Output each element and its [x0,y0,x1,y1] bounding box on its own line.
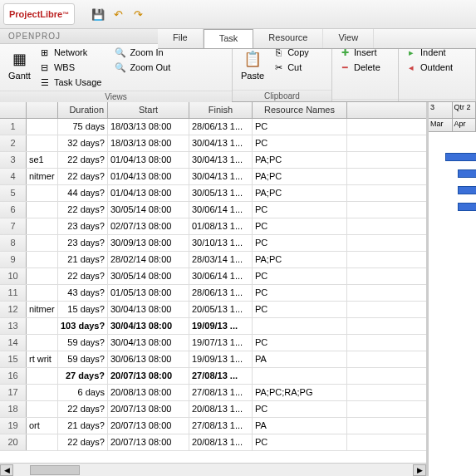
cell-duration[interactable]: 59 days? [58,335,108,351]
cell-finish[interactable]: 30/06/14 1... [189,268,253,284]
cell-resources[interactable]: PC [253,235,347,251]
cell-finish[interactable]: 27/08/13 ... [189,368,253,384]
network-button[interactable]: ⊞Network [37,46,103,59]
cell-finish[interactable]: 20/08/13 1... [189,401,253,417]
cell-resources[interactable]: PA;PC;RA;PG [253,385,347,400]
gantt-bar[interactable] [458,186,476,194]
cell-finish[interactable]: 01/08/13 1... [189,218,253,234]
cell-start[interactable]: 30/04/13 08:00 [108,335,189,351]
cell-finish[interactable]: 30/04/13 1... [189,152,253,168]
cell-duration[interactable]: 59 days? [58,351,108,367]
cell-duration[interactable]: 22 days? [58,401,108,417]
save-icon[interactable]: 💾 [91,7,105,21]
table-row[interactable]: 544 days?01/04/13 08:0030/05/13 1...PA;P… [0,185,426,202]
col-finish[interactable]: Finish [189,102,253,118]
gantt-panel[interactable]: 3 Qtr 2 Mar Apr [426,102,476,476]
cell-name[interactable] [27,401,58,417]
cell-name[interactable] [27,385,58,400]
gantt-bar[interactable] [458,169,476,178]
cell-start[interactable]: 20/07/13 08:00 [108,401,189,417]
cell-start[interactable]: 30/04/13 08:00 [108,302,189,317]
cell-start[interactable]: 30/05/14 08:00 [108,268,189,284]
cell-start[interactable]: 30/04/13 08:00 [108,318,189,334]
cell-start[interactable]: 01/04/13 08:00 [108,169,189,184]
redo-icon[interactable]: ↷ [131,7,145,21]
cell-start[interactable]: 28/02/14 08:00 [108,252,189,267]
cell-name[interactable] [27,268,58,284]
cell-name[interactable] [27,318,58,334]
cell-start[interactable]: 20/07/13 08:00 [108,434,189,450]
cell-duration[interactable]: 22 days? [58,434,108,450]
cell-resources[interactable]: PA;PC [253,252,347,267]
cell-resources[interactable]: PA;PC [253,152,347,168]
cell-start[interactable]: 30/06/13 08:00 [108,351,189,367]
undo-icon[interactable]: ↶ [111,7,125,21]
tab-task[interactable]: Task [204,29,254,48]
outdent-button[interactable]: ◂Outdent [404,61,454,74]
cell-finish[interactable]: 19/09/13 ... [189,318,253,334]
cell-duration[interactable]: 22 days? [58,268,108,284]
cell-name[interactable] [27,135,58,151]
cell-resources[interactable]: PC [253,218,347,234]
cell-duration[interactable]: 27 days? [58,368,108,384]
cell-name[interactable] [27,235,58,251]
cell-name[interactable] [27,119,58,135]
cell-duration[interactable]: 23 days? [58,235,108,251]
taskusage-button[interactable]: ☰Task Usage [37,76,103,89]
table-row[interactable]: 2022 days?20/07/13 08:0020/08/13 1...PC [0,434,426,451]
cell-start[interactable]: 20/08/13 08:00 [108,385,189,400]
cell-name[interactable]: nitmer [27,302,58,317]
table-row[interactable]: 175 days18/03/13 08:0028/06/13 1...PC [0,119,426,135]
cell-duration[interactable]: 22 days? [58,202,108,218]
gantt-bar[interactable] [445,153,476,161]
cell-name[interactable]: nitmer [27,169,58,184]
cell-finish[interactable]: 27/08/13 1... [189,418,253,434]
cell-finish[interactable]: 30/06/14 1... [189,202,253,218]
cell-name[interactable] [27,252,58,267]
cell-resources[interactable]: PC [253,434,347,450]
cell-finish[interactable]: 19/07/13 1... [189,335,253,351]
delete-button[interactable]: ━Delete [337,61,382,74]
cell-finish[interactable]: 27/08/13 1... [189,385,253,400]
table-row[interactable]: 921 days?28/02/14 08:0028/03/14 1...PA;P… [0,252,426,268]
cell-finish[interactable]: 20/08/13 1... [189,434,253,450]
table-row[interactable]: 15rt writ59 days?30/06/13 08:0019/09/13 … [0,351,426,368]
table-row[interactable]: 232 days?18/03/13 08:0030/04/13 1...PC [0,135,426,152]
table-row[interactable]: 13103 days?30/04/13 08:0019/09/13 ... [0,318,426,335]
cell-name[interactable] [27,335,58,351]
table-row[interactable]: 4nitmer22 days?01/04/13 08:0030/04/13 1.… [0,169,426,185]
gantt-bar[interactable] [458,203,476,211]
cell-finish[interactable]: 30/04/13 1... [189,169,253,184]
cell-finish[interactable]: 30/10/13 1... [189,235,253,251]
cell-finish[interactable]: 28/03/14 1... [189,252,253,267]
tab-file[interactable]: File [158,29,204,48]
cell-duration[interactable]: 22 days? [58,169,108,184]
cell-duration[interactable]: 23 days? [58,218,108,234]
cell-duration[interactable]: 75 days [58,119,108,135]
table-row[interactable]: 622 days?30/05/14 08:0030/06/14 1...PC [0,202,426,218]
cell-start[interactable]: 01/04/13 08:00 [108,185,189,201]
cell-resources[interactable] [253,368,347,384]
table-row[interactable]: 823 days?30/09/13 08:0030/10/13 1...PC [0,235,426,252]
cell-resources[interactable]: PC [253,119,347,135]
cell-duration[interactable]: 103 days? [58,318,108,334]
cell-name[interactable] [27,218,58,234]
cell-finish[interactable]: 28/06/13 1... [189,285,253,301]
cell-duration[interactable]: 22 days? [58,152,108,168]
cell-duration[interactable]: 21 days? [58,252,108,267]
cell-name[interactable] [27,185,58,201]
cell-resources[interactable]: PC [253,202,347,218]
cell-resources[interactable]: PC [253,335,347,351]
cell-finish[interactable]: 20/05/13 1... [189,302,253,317]
cell-name[interactable] [27,368,58,384]
table-row[interactable]: 1022 days?30/05/14 08:0030/06/14 1...PC [0,268,426,285]
table-row[interactable]: 1627 days?20/07/13 08:0027/08/13 ... [0,368,426,385]
cell-name[interactable] [27,285,58,301]
cell-name[interactable]: se1 [27,152,58,168]
col-resources[interactable]: Resource Names [253,102,347,118]
cell-start[interactable]: 30/05/14 08:00 [108,202,189,218]
gantt-button[interactable]: ▦ Gantt [5,46,34,84]
table-row[interactable]: 176 days20/08/13 08:0027/08/13 1...PA;PC… [0,385,426,401]
cell-start[interactable]: 18/03/13 08:00 [108,119,189,135]
cell-name[interactable]: rt writ [27,351,58,367]
